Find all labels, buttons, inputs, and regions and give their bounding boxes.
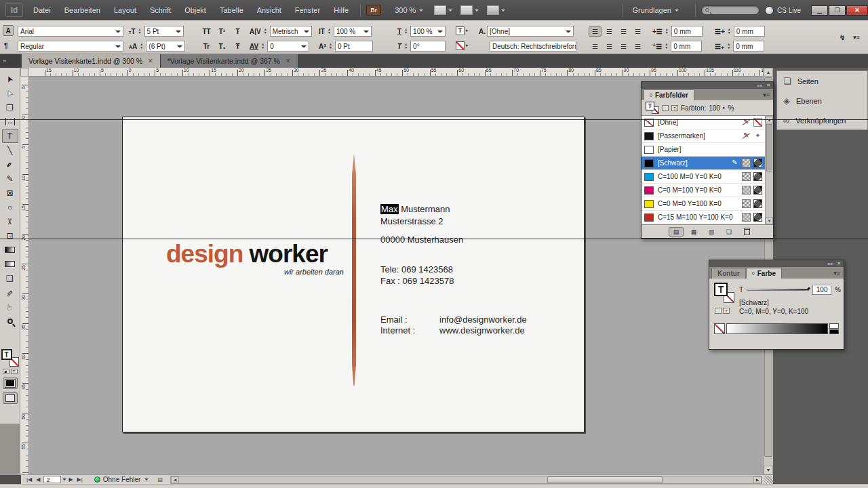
eyedropper-tool[interactable]: ✐ xyxy=(2,285,18,300)
pen-tool[interactable]: ✒ xyxy=(2,157,18,171)
character-style-dropdown[interactable]: [Ohne] xyxy=(487,26,574,37)
swatch-row-red[interactable]: C=15 M=100 Y=100 K=0 xyxy=(642,211,765,224)
justify-button[interactable]: ☰ xyxy=(631,26,644,37)
gap-tool[interactable]: ↔ xyxy=(2,115,18,129)
ellipse-tool[interactable]: ○ xyxy=(2,200,18,214)
horizontal-scale-dropdown[interactable]: 100 % xyxy=(410,26,446,37)
rectangle-frame-tool[interactable]: ⊠ xyxy=(2,186,18,200)
menu-item[interactable]: Ansicht xyxy=(251,3,288,17)
menu-item[interactable]: Layout xyxy=(108,3,142,17)
preflight-dropdown-icon[interactable] xyxy=(144,479,149,483)
pencil-tool[interactable]: ✎ xyxy=(2,171,18,186)
ruler-guide-top[interactable] xyxy=(0,119,868,120)
view-options-dropdown[interactable] xyxy=(434,5,452,15)
fill-color-control[interactable]: T ▸ xyxy=(456,24,469,37)
justify-all-button[interactable]: ☰ xyxy=(631,41,644,52)
indent-last-stepper[interactable]: ▲▼ xyxy=(726,43,732,49)
dock-item-seiten[interactable]: ❏ Seiten xyxy=(777,71,867,91)
apply-to-container-icon[interactable]: ■ xyxy=(3,369,9,374)
small-caps-button[interactable]: Tr xyxy=(199,41,214,52)
tab-farbe[interactable]: ◊Farbe xyxy=(746,268,782,279)
align-left-button[interactable]: ☰ xyxy=(589,26,601,37)
swatch-row-schwarz[interactable]: [Schwarz] xyxy=(642,157,765,170)
all-caps-button[interactable]: TT xyxy=(199,26,214,37)
dock-item-ebenen[interactable]: ◈ Ebenen xyxy=(777,91,867,110)
panel-menu-icon[interactable]: ▾≡ xyxy=(833,270,844,279)
indent-left-field[interactable]: 0 mm xyxy=(671,26,703,37)
search-input[interactable] xyxy=(701,5,760,15)
tint-slider-icon[interactable]: ▸ xyxy=(723,105,726,110)
tracking-dropdown[interactable]: 0 xyxy=(267,41,309,52)
language-dropdown[interactable]: Deutsch: Rechtschreibreform xyxy=(490,41,576,52)
first-page-button[interactable]: |◀ xyxy=(24,476,34,483)
vertical-ruler[interactable]: 5051015202530354045505560 xyxy=(20,77,29,474)
swatch-row-ohne[interactable]: [Ohne] xyxy=(642,116,765,129)
delete-swatch-button[interactable] xyxy=(739,227,754,237)
apply-to-text-icon[interactable]: T xyxy=(671,105,678,111)
tracking-stepper[interactable]: ▲▼ xyxy=(260,43,266,49)
menu-item[interactable]: Objekt xyxy=(178,3,212,17)
preflight-status-label[interactable]: Ohne Fehler xyxy=(103,476,141,483)
align-center-button[interactable]: ☰ xyxy=(603,26,616,37)
baseline-shift-field[interactable]: 0 Pt xyxy=(335,41,373,52)
tools-panel-header[interactable]: » xyxy=(0,54,20,68)
quick-apply-button[interactable]: ↯ xyxy=(840,31,845,43)
line-tool[interactable]: ╲ xyxy=(2,143,18,157)
swatch-scrollbar[interactable]: ▲ ▼ xyxy=(765,116,773,224)
font-size-dropdown[interactable]: 5 Pt xyxy=(144,26,184,37)
apply-to-text-icon[interactable]: T xyxy=(723,308,730,314)
font-family-dropdown[interactable]: Arial xyxy=(18,26,123,37)
vertical-scale-stepper[interactable]: ▲▼ xyxy=(326,28,332,35)
slider-handle-icon[interactable]: ◆ xyxy=(807,285,810,290)
panel-menu-icon[interactable]: ▾≡ xyxy=(853,31,860,43)
type-tool[interactable]: T xyxy=(2,129,18,143)
indent-last-field[interactable]: 0 mm xyxy=(733,41,764,52)
show-gradient-swatches-button[interactable]: ▥ xyxy=(704,227,719,237)
gradient-feather-tool[interactable] xyxy=(2,257,18,271)
apply-to-text-icon[interactable]: T xyxy=(11,369,18,374)
swatch-row-cyan[interactable]: C=100 M=0 Y=0 K=0 xyxy=(642,170,765,184)
cs-live-icon[interactable] xyxy=(765,6,774,15)
next-page-button[interactable]: ▶ xyxy=(66,476,75,483)
tint-value-field[interactable]: 100 xyxy=(812,285,831,295)
justify-left-button[interactable]: ☰ xyxy=(589,41,601,52)
kerning-dropdown[interactable]: Metrisch xyxy=(270,26,312,37)
font-size-stepper[interactable]: ▲▼ xyxy=(137,28,143,35)
horizontal-scale-stepper[interactable]: ▲▼ xyxy=(403,28,409,35)
paragraph-formatting-toggle[interactable]: ¶ xyxy=(4,39,8,52)
dock-item-verknuepfungen[interactable]: ∞ Verknüpfungen xyxy=(777,110,867,130)
stroke-color-control[interactable]: ▸ xyxy=(456,39,469,52)
fill-stroke-proxy[interactable]: T xyxy=(714,283,734,303)
hand-tool[interactable]: ☞ xyxy=(2,300,18,314)
free-transform-tool[interactable]: ⊡ xyxy=(2,228,18,243)
apply-to-container-icon[interactable] xyxy=(715,308,722,314)
tab-farbfelder[interactable]: ◊Farbfelder xyxy=(644,89,694,100)
selection-tool[interactable]: ➤ xyxy=(2,72,18,86)
ruler-origin-box[interactable] xyxy=(20,68,29,77)
gradient-swatch-tool[interactable] xyxy=(2,243,18,257)
justify-right-button[interactable]: ☰ xyxy=(617,41,630,52)
indent-right-field[interactable]: 0 mm xyxy=(734,26,765,37)
character-formatting-toggle[interactable]: A xyxy=(3,24,14,37)
swatch-row-passermarken[interactable]: [Passermarken] xyxy=(642,129,765,143)
scroll-right-icon[interactable]: ▶ xyxy=(753,476,762,483)
font-style-dropdown[interactable]: Regular xyxy=(18,41,123,52)
indent-first-stepper[interactable]: ▲▼ xyxy=(663,43,669,49)
white-black-quick-icons[interactable] xyxy=(829,323,839,334)
leading-stepper[interactable]: ▲▼ xyxy=(138,43,144,49)
align-right-button[interactable]: ☰ xyxy=(617,26,630,37)
close-tab-icon[interactable]: ✕ xyxy=(148,58,153,64)
brush-stroke-divider[interactable] xyxy=(352,154,356,386)
zoom-tool[interactable] xyxy=(2,314,18,328)
scroll-down-icon[interactable]: ▼ xyxy=(764,466,773,474)
none-color-icon[interactable] xyxy=(714,323,725,334)
document-tab-active[interactable]: Vorlage Visitenkarte1.indd @ 300 % ✕ xyxy=(22,54,161,68)
leading-dropdown[interactable]: (6 Pt) xyxy=(146,41,185,52)
minimize-button[interactable]: ▁ xyxy=(811,5,828,16)
show-color-swatches-button[interactable]: ▦ xyxy=(686,227,701,237)
new-swatch-button[interactable]: ❏ xyxy=(722,227,736,237)
close-panel-icon[interactable]: ✕ xyxy=(766,83,770,88)
menu-item[interactable]: Bearbeiten xyxy=(58,3,106,17)
show-all-swatches-button[interactable]: ▤ xyxy=(669,227,684,237)
screen-mode-button[interactable] xyxy=(3,392,18,404)
